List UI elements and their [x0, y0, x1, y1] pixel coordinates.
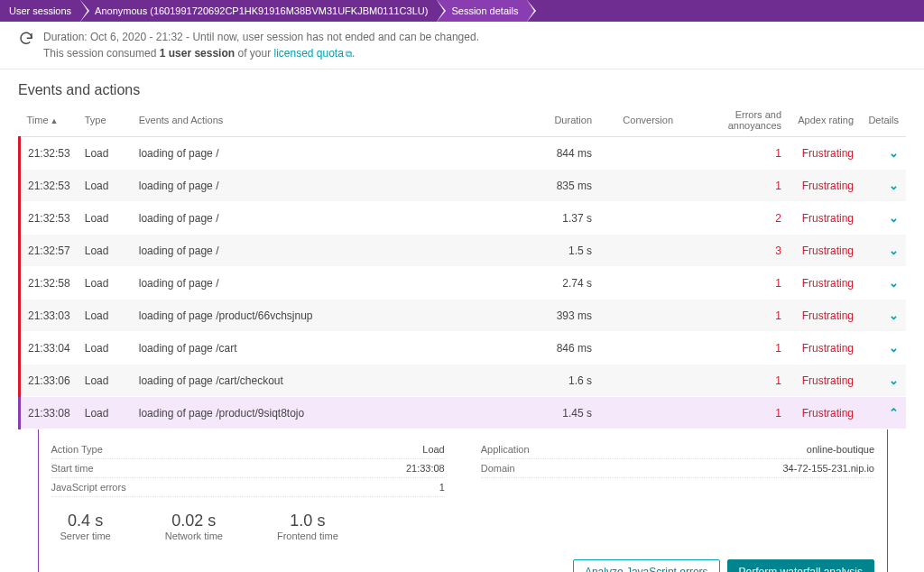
- chevron-down-icon[interactable]: ⌄: [889, 341, 899, 355]
- cell-conversion: [599, 300, 680, 332]
- licensed-quota-link[interactable]: licensed quota⧉: [273, 47, 351, 60]
- session-meta-text: Duration: Oct 6, 2020 - 21:32 - Until no…: [43, 29, 479, 61]
- cell-details: ⌄: [861, 202, 906, 235]
- cell-conversion: [599, 397, 680, 429]
- cell-duration: 1.6 s: [536, 364, 599, 397]
- cell-event: loading of page /cart: [132, 332, 536, 364]
- frontend-time: 1.0 sFrontend time: [277, 512, 338, 541]
- kv-js-errors: JavaScript errors1: [51, 478, 445, 497]
- cell-details: ⌄: [861, 137, 906, 170]
- cell-event: loading of page /: [132, 137, 536, 170]
- cell-duration: 2.74 s: [536, 267, 599, 300]
- chevron-down-icon[interactable]: ⌄: [889, 179, 899, 192]
- cell-details: ⌄: [861, 235, 906, 267]
- cell-duration: 393 ms: [536, 300, 599, 332]
- col-duration[interactable]: Duration: [536, 104, 599, 137]
- cell-conversion: [599, 364, 680, 397]
- kv-application: Applicationonline-boutique: [481, 440, 874, 459]
- cell-duration: 1.5 s: [536, 235, 599, 267]
- breadcrumb-item-session-details[interactable]: Session details: [437, 0, 527, 22]
- cell-type: Load: [78, 332, 132, 364]
- table-row[interactable]: 21:32:53Loadloading of page /1.37 s2Frus…: [20, 202, 907, 235]
- application-link[interactable]: online-boutique: [807, 444, 874, 455]
- col-events[interactable]: Events and Actions: [132, 104, 536, 137]
- cell-errors: 1: [680, 170, 789, 202]
- chevron-up-icon[interactable]: ⌃: [889, 406, 899, 420]
- cell-errors: 2: [680, 202, 789, 235]
- table-row[interactable]: 21:33:08Loadloading of page /product/9si…: [20, 397, 907, 429]
- chevron-down-icon[interactable]: ⌄: [889, 244, 899, 257]
- row-detail-panel: Action TypeLoad Start time21:33:08 JavaS…: [38, 429, 889, 572]
- cell-duration: 1.45 s: [536, 397, 599, 429]
- network-time: 0.02 sNetwork time: [165, 512, 223, 541]
- cell-event: loading of page /: [132, 202, 536, 235]
- col-type[interactable]: Type: [78, 104, 132, 137]
- table-row[interactable]: 21:32:58Loadloading of page /2.74 s1Frus…: [20, 267, 907, 300]
- cell-event: loading of page /: [132, 235, 536, 267]
- chevron-down-icon[interactable]: ⌄: [889, 276, 899, 290]
- breadcrumb-item-anonymous[interactable]: Anonymous (1601991720692CP1HK91916M38BVM…: [80, 0, 437, 22]
- cell-type: Load: [78, 170, 132, 202]
- refresh-icon: [18, 31, 34, 47]
- chevron-down-icon[interactable]: ⌄: [889, 211, 899, 225]
- cell-time: 21:32:53: [20, 170, 78, 202]
- table-row[interactable]: 21:32:53Loadloading of page /844 ms1Frus…: [20, 137, 907, 170]
- cell-details: ⌄: [861, 267, 906, 300]
- cell-time: 21:32:58: [20, 267, 78, 300]
- cell-time: 21:33:03: [20, 300, 78, 332]
- cell-type: Load: [78, 364, 132, 397]
- cell-duration: 835 ms: [536, 170, 599, 202]
- cell-errors: 3: [680, 235, 789, 267]
- events-table: Time▲ Type Events and Actions Duration C…: [18, 104, 906, 572]
- table-row[interactable]: 21:33:06Loadloading of page /cart/checko…: [20, 364, 907, 397]
- cell-errors: 1: [680, 332, 789, 364]
- cell-type: Load: [78, 137, 132, 170]
- cell-apdex: Frustrating: [789, 364, 861, 397]
- cell-errors: 1: [680, 267, 789, 300]
- cell-conversion: [599, 235, 680, 267]
- chevron-down-icon[interactable]: ⌄: [889, 146, 899, 160]
- cell-time: 21:33:08: [20, 397, 78, 429]
- breadcrumb: User sessions Anonymous (1601991720692CP…: [0, 0, 924, 22]
- cell-event: loading of page /: [132, 170, 536, 202]
- server-time: 0.4 sServer time: [60, 512, 111, 541]
- col-time[interactable]: Time▲: [20, 104, 78, 137]
- cell-time: 21:33:06: [20, 364, 78, 397]
- col-apdex[interactable]: Apdex rating: [789, 104, 861, 137]
- cell-apdex: Frustrating: [789, 170, 861, 202]
- cell-apdex: Frustrating: [789, 397, 861, 429]
- table-row[interactable]: 21:33:03Loadloading of page /product/66v…: [20, 300, 907, 332]
- table-header-row: Time▲ Type Events and Actions Duration C…: [20, 104, 907, 137]
- cell-type: Load: [78, 202, 132, 235]
- cell-apdex: Frustrating: [789, 202, 861, 235]
- col-details[interactable]: Details: [861, 104, 906, 137]
- cell-details: ⌄: [861, 332, 906, 364]
- table-row[interactable]: 21:33:04Loadloading of page /cart846 ms1…: [20, 332, 907, 364]
- cell-type: Load: [78, 300, 132, 332]
- table-row[interactable]: 21:32:53Loadloading of page /835 ms1Frus…: [20, 170, 907, 202]
- cell-errors: 1: [680, 397, 789, 429]
- session-meta: Duration: Oct 6, 2020 - 21:32 - Until no…: [0, 22, 924, 69]
- session-duration-text: Duration: Oct 6, 2020 - 21:32 - Until no…: [43, 31, 479, 43]
- analyze-js-errors-button[interactable]: Analyze JavaScript errors: [573, 559, 720, 572]
- col-errors[interactable]: Errors and annoyances: [680, 104, 789, 137]
- cell-event: loading of page /: [132, 267, 536, 300]
- cell-duration: 844 ms: [536, 137, 599, 170]
- col-conversion[interactable]: Conversion: [599, 104, 680, 137]
- chevron-down-icon[interactable]: ⌄: [889, 374, 899, 387]
- cell-event: loading of page /cart/checkout: [132, 364, 536, 397]
- table-row[interactable]: 21:32:57Loadloading of page /1.5 s3Frust…: [20, 235, 907, 267]
- cell-details: ⌃: [861, 397, 906, 429]
- kv-action-type: Action TypeLoad: [51, 440, 445, 459]
- cell-type: Load: [78, 267, 132, 300]
- cell-conversion: [599, 267, 680, 300]
- cell-type: Load: [78, 397, 132, 429]
- external-link-icon: ⧉: [346, 47, 352, 60]
- perform-waterfall-button[interactable]: Perform waterfall analysis: [727, 559, 874, 572]
- breadcrumb-item-user-sessions[interactable]: User sessions: [0, 0, 80, 22]
- cell-conversion: [599, 332, 680, 364]
- chevron-down-icon[interactable]: ⌄: [889, 309, 899, 322]
- cell-details: ⌄: [861, 364, 906, 397]
- cell-errors: 1: [680, 137, 789, 170]
- cell-event: loading of page /product/66vchsjnup: [132, 300, 536, 332]
